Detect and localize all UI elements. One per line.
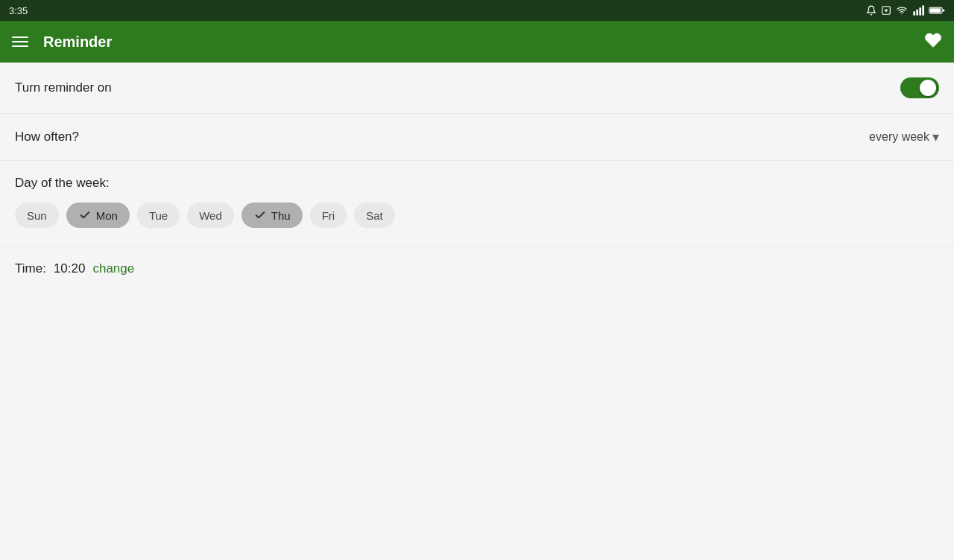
day-chip-sun[interactable]: Sun xyxy=(15,203,59,228)
day-chip-mon[interactable]: Mon xyxy=(66,203,130,228)
day-chip-wed-label: Wed xyxy=(199,209,222,222)
time-value: 10:20 xyxy=(54,261,86,276)
how-often-label: How often? xyxy=(15,130,79,144)
status-icons xyxy=(866,5,945,16)
svg-rect-2 xyxy=(913,11,915,15)
day-chip-sat[interactable]: Sat xyxy=(354,203,395,228)
day-of-week-label: Day of the week: xyxy=(15,176,939,191)
heart-icon xyxy=(924,31,942,49)
check-icon-mon xyxy=(78,209,92,222)
turn-reminder-label: Turn reminder on xyxy=(15,80,112,95)
how-often-row: How often? every week ▾ xyxy=(0,114,954,161)
svg-rect-8 xyxy=(943,9,944,11)
time-row: Time: 10:20 change xyxy=(0,246,954,291)
day-chip-tue[interactable]: Tue xyxy=(137,203,180,228)
wifi-icon xyxy=(896,5,908,16)
dropdown-arrow-icon: ▾ xyxy=(932,129,939,145)
heart-button[interactable] xyxy=(924,31,942,52)
day-chip-thu[interactable]: Thu xyxy=(241,203,303,228)
hamburger-menu-button[interactable] xyxy=(12,36,28,47)
turn-reminder-row: Turn reminder on xyxy=(0,63,954,114)
change-time-link[interactable]: change xyxy=(92,261,134,276)
status-bar: 3:35 xyxy=(0,0,954,21)
svg-rect-3 xyxy=(916,10,918,16)
day-chips-container: Sun Mon Tue Wed Thu xyxy=(15,203,939,238)
day-of-week-section: Day of the week: Sun Mon Tue Wed xyxy=(0,161,954,246)
signal-icon xyxy=(912,5,924,16)
battery-icon xyxy=(929,6,945,15)
day-chip-fri-label: Fri xyxy=(322,209,335,222)
app-bar: Reminder xyxy=(0,21,954,63)
screenshot-icon xyxy=(881,5,891,16)
day-chip-sun-label: Sun xyxy=(27,209,47,222)
how-often-value: every week xyxy=(869,130,929,144)
day-chip-fri[interactable]: Fri xyxy=(310,203,347,228)
status-time: 3:35 xyxy=(9,5,28,16)
svg-rect-7 xyxy=(930,8,941,13)
day-chip-tue-label: Tue xyxy=(149,209,168,222)
time-label: Time: xyxy=(15,261,46,276)
day-chip-mon-label: Mon xyxy=(96,209,118,222)
check-icon-thu xyxy=(253,209,267,222)
day-chip-thu-label: Thu xyxy=(271,209,291,222)
day-chip-wed[interactable]: Wed xyxy=(187,203,234,228)
svg-rect-5 xyxy=(922,5,924,15)
reminder-toggle[interactable] xyxy=(900,77,939,98)
app-title: Reminder xyxy=(43,34,112,51)
notification-icon xyxy=(866,5,876,16)
svg-rect-4 xyxy=(919,7,921,16)
toggle-thumb xyxy=(920,80,936,96)
app-bar-left: Reminder xyxy=(12,34,112,51)
svg-point-1 xyxy=(885,9,888,12)
how-often-dropdown[interactable]: every week ▾ xyxy=(869,129,939,145)
toggle-track xyxy=(900,77,939,98)
day-chip-sat-label: Sat xyxy=(366,209,383,222)
